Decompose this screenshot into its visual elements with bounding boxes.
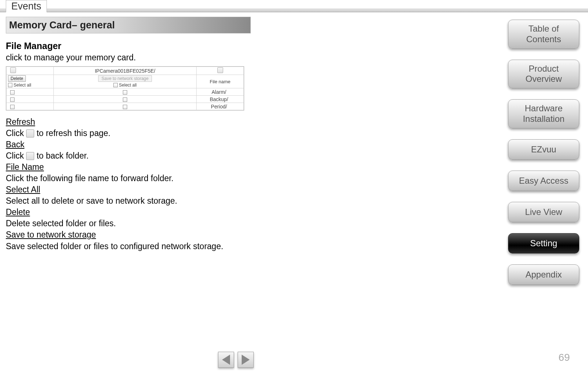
arrow-left-icon (222, 355, 230, 365)
desc-back-text: Click to back folder. (6, 150, 253, 161)
nav-hardware[interactable]: Hardware Installation (508, 99, 579, 128)
desc-back-heading: Back (6, 139, 253, 150)
row-checkbox[interactable] (10, 97, 15, 102)
file-manager-heading: File Manager (6, 41, 253, 51)
select-all-label-center: Select all (119, 83, 137, 88)
back-icon[interactable] (217, 67, 223, 73)
desc-selectall-heading: Select All (6, 184, 253, 195)
tab-bar-background (0, 9, 588, 12)
section-title: Memory Card– general (9, 20, 115, 31)
content-body: File Manager click to manage your memory… (6, 38, 253, 252)
nav-product[interactable]: Product Overview (508, 60, 579, 89)
table-row[interactable]: Alarm/ (7, 88, 244, 96)
nav-easy[interactable]: Easy Access (508, 171, 579, 191)
file-manager-blurb: click to manage your memory card. (6, 53, 253, 63)
desc-refresh-text: Click to refresh this page. (6, 128, 253, 139)
description-block: Refresh Click to refresh this page. Back… (6, 116, 253, 252)
row-checkbox[interactable] (123, 105, 127, 109)
refresh-icon (26, 129, 34, 137)
side-nav: Table of Contents Product Overview Hardw… (508, 20, 579, 296)
nav-appendix[interactable]: Appendix (508, 264, 579, 285)
desc-selectall-text: Select all to delete or save to network … (6, 195, 253, 207)
nav-live[interactable]: Live View (508, 202, 579, 222)
tab-events[interactable]: Events (6, 0, 47, 12)
file-manager-panel: IPCamera001BFE025F5E/ Delete Select all … (6, 66, 244, 111)
desc-refresh-heading: Refresh (6, 116, 253, 128)
back-icon (26, 152, 34, 160)
next-page-button[interactable] (238, 352, 254, 368)
nav-setting[interactable]: Setting (508, 233, 579, 254)
select-all-checkbox-center[interactable] (113, 83, 118, 87)
tab-label: Events (11, 1, 41, 12)
row-filename[interactable]: Alarm/ (197, 88, 244, 96)
page-nav (218, 352, 254, 368)
prev-page-button[interactable] (218, 352, 234, 368)
save-to-network-button[interactable]: Save to network storage (98, 75, 152, 82)
select-all-label-left: Select all (13, 83, 31, 88)
desc-save-heading: Save to network storage (6, 229, 253, 240)
section-header: Memory Card– general (6, 17, 251, 33)
desc-filename-text: Click the following file name to forward… (6, 173, 253, 184)
table-row[interactable]: Period/ (7, 103, 244, 110)
nav-ezvuu[interactable]: EZvuu (508, 139, 579, 160)
tab-bar: Events (0, 0, 588, 13)
row-checkbox[interactable] (123, 97, 127, 102)
row-checkbox[interactable] (10, 90, 15, 95)
arrow-right-icon (242, 355, 250, 365)
table-row[interactable]: Backup/ (7, 96, 244, 103)
row-checkbox[interactable] (10, 105, 15, 109)
row-filename[interactable]: Backup/ (197, 96, 244, 103)
row-filename[interactable]: Period/ (197, 103, 244, 110)
file-manager-path: IPCamera001BFE025F5E/ (54, 67, 197, 75)
desc-filename-heading: File Name (6, 161, 253, 173)
delete-button[interactable]: Delete (8, 75, 26, 82)
desc-delete-heading: Delete (6, 207, 253, 218)
nav-toc[interactable]: Table of Contents (508, 20, 579, 49)
select-all-checkbox-left[interactable] (8, 83, 12, 87)
desc-save-text: Save selected folder or files to configu… (6, 241, 253, 252)
file-name-header: File name (197, 75, 244, 88)
refresh-icon[interactable] (10, 67, 16, 73)
row-checkbox[interactable] (123, 90, 127, 95)
page-number: 69 (559, 352, 570, 363)
desc-delete-text: Delete selected folder or files. (6, 218, 253, 229)
